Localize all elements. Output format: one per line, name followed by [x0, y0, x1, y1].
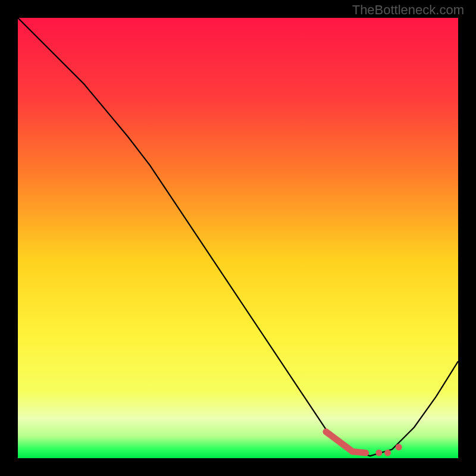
watermark-text: TheBottleneck.com [352, 2, 464, 18]
accent-dot [375, 450, 382, 456]
accent-dot [396, 444, 402, 450]
accent-dot [384, 450, 391, 456]
chart-plot [18, 18, 458, 458]
accent-segment [352, 452, 365, 453]
chart-container: TheBottleneck.com [0, 0, 476, 476]
